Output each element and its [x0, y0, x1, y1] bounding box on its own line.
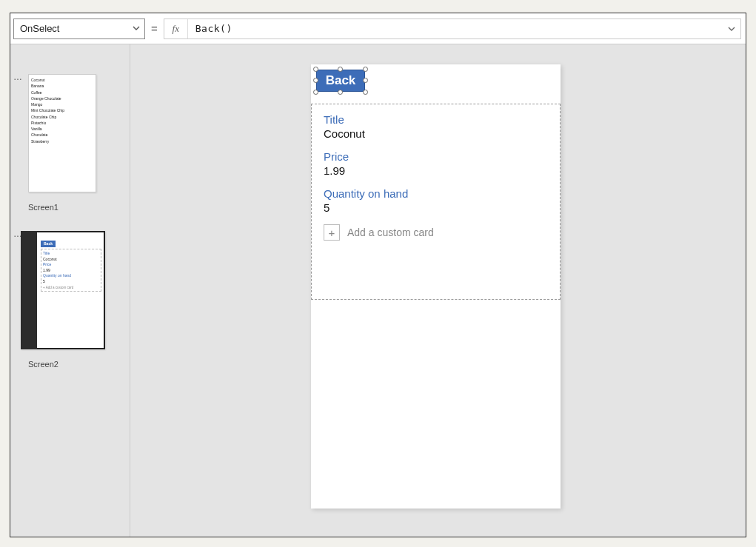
back-button[interactable]: Back: [316, 70, 365, 92]
back-button-preview: Back: [41, 241, 56, 247]
plus-icon: +: [324, 224, 340, 241]
list-item: Chocolate: [31, 132, 93, 138]
property-selector-value: OnSelect: [20, 23, 59, 34]
selection-band: [21, 231, 37, 349]
formula-input-wrap: fx Back(): [164, 19, 741, 39]
screen-thumbnail-2[interactable]: … Back Title Coconut Price 1.99 Quantity…: [10, 231, 130, 369]
fx-icon: fx: [164, 19, 188, 38]
main-area: … Coconut Banana Coffee Orange Chocolate…: [10, 44, 746, 537]
property-selector[interactable]: OnSelect: [13, 19, 145, 39]
resize-handle-icon[interactable]: [363, 67, 368, 72]
field-label: Quantity on hand: [43, 273, 99, 279]
list-item: Vanilla: [31, 126, 93, 132]
field-label: Title: [43, 251, 99, 257]
list-item: Mint Chocolate Chip: [31, 107, 93, 113]
list-item: Banana: [31, 83, 93, 89]
phone-canvas: Back Title Coconut Price 1.99 Qu: [311, 64, 561, 509]
screen-thumbnail-1[interactable]: … Coconut Banana Coffee Orange Chocolate…: [10, 74, 130, 212]
list-item: Chocolate Chip: [31, 114, 93, 120]
resize-handle-icon[interactable]: [313, 78, 318, 83]
back-button-selection[interactable]: Back: [316, 70, 365, 92]
field-value-quantity: 5: [324, 201, 548, 214]
formula-input[interactable]: Back(): [188, 23, 723, 34]
add-card-label: + Add a custom card: [43, 286, 99, 289]
display-form[interactable]: Title Coconut Price 1.99 Quantity on han…: [311, 104, 561, 300]
chevron-down-icon: [133, 23, 140, 34]
screen-name-label: Screen2: [28, 360, 130, 369]
list-item: Strawberry: [31, 138, 93, 144]
resize-handle-icon[interactable]: [313, 90, 318, 95]
formula-bar: OnSelect = fx Back(): [10, 13, 746, 44]
resize-handle-icon[interactable]: [313, 67, 318, 72]
resize-handle-icon[interactable]: [363, 90, 368, 95]
field-value-title: Coconut: [324, 127, 548, 140]
list-item: Coconut: [31, 77, 93, 83]
add-custom-card[interactable]: + Add a custom card: [324, 224, 548, 241]
list-item: Coffee: [31, 90, 93, 95]
form-preview: Title Coconut Price 1.99 Quantity on han…: [41, 249, 101, 292]
add-custom-card-label: Add a custom card: [347, 226, 434, 238]
app-frame: OnSelect = fx Back() … Coconut Banana Co…: [10, 13, 746, 537]
formula-expand-icon[interactable]: [723, 22, 740, 36]
thumbnail-card: Coconut Banana Coffee Orange Chocolate M…: [28, 74, 96, 192]
resize-handle-icon[interactable]: [363, 78, 368, 83]
field-value: Coconut: [43, 257, 99, 263]
list-item: Mango: [31, 101, 93, 107]
field-label: Price: [43, 262, 99, 268]
resize-handle-icon[interactable]: [338, 90, 343, 95]
field-label-quantity: Quantity on hand: [324, 187, 548, 200]
resize-handle-icon[interactable]: [338, 67, 343, 72]
screens-sidebar: … Coconut Banana Coffee Orange Chocolate…: [10, 44, 130, 537]
field-value: 1.99: [43, 268, 99, 274]
equals-label: =: [151, 22, 158, 35]
field-label-price: Price: [324, 150, 548, 163]
canvas-area[interactable]: Back Title Coconut Price 1.99 Qu: [130, 44, 746, 537]
field-label-title: Title: [324, 113, 548, 126]
list-item: Orange Chocolate: [31, 95, 93, 101]
field-value-price: 1.99: [324, 164, 548, 177]
screen-name-label: Screen1: [28, 203, 130, 212]
more-icon[interactable]: …: [13, 73, 22, 81]
field-value: 5: [43, 279, 99, 285]
list-item: Pistachio: [31, 120, 93, 126]
